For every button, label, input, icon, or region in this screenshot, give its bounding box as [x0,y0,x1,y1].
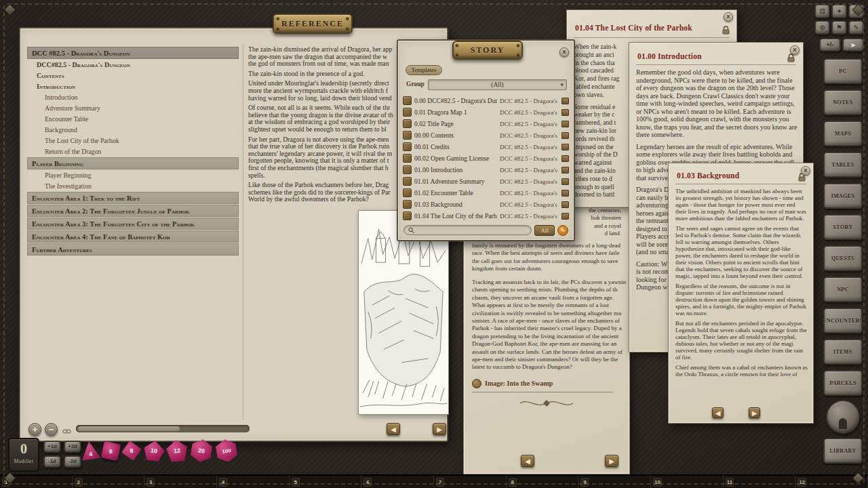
toc-item[interactable]: Player Beginning [27,157,239,169]
toc-item[interactable]: Return of the Dragon [27,146,239,157]
icon-tile[interactable]: ✦ [831,4,847,18]
pointer-icon: ➤ [850,41,856,49]
toc-item[interactable]: Background [27,125,239,135]
story-list-item[interactable]: 01.01 Adventure SummaryDCC #82.5 - Drago… [403,176,569,187]
horizontal-scrollbar[interactable] [76,425,250,432]
d6-die[interactable]: 6 [101,441,121,461]
toc-item[interactable]: Contents [27,70,239,81]
sidebar-button-maps[interactable]: Maps [823,121,863,146]
hotkey-slot[interactable]: 5 [290,476,362,488]
d10-die[interactable]: 10 [142,439,165,462]
story-list-item[interactable]: 00.01 CreditsDCC #82.5 - Dragora's Dunge… [403,141,569,152]
toc-item[interactable]: Encounter Area 2: The Forgotten Jungle o… [27,205,239,217]
d20-die[interactable]: 20 [189,438,215,464]
toc-item[interactable]: DCC #82.5 - Dragora's Dungeon [27,47,239,59]
story-list-item[interactable]: 01.04 The Lost City of the ParhokDCC #82… [403,210,569,222]
sidebar-button-notes[interactable]: Notes [823,89,863,115]
search-all-button[interactable]: All [534,225,555,236]
d12-die[interactable]: 12 [165,439,189,462]
sidebar-button-images[interactable]: Images [823,183,863,209]
image-link-into-the-swamp[interactable]: Image: Into the Swamp [472,379,613,392]
sidebar-button-quests[interactable]: Quests [823,245,863,271]
zoom-in-button[interactable]: + [28,423,41,436]
sidebar-button-pc[interactable]: PC [823,58,863,84]
sidebar-button-tables[interactable]: Tables [823,152,863,178]
sheet-prev-button[interactable]: ◀ [521,455,534,467]
hotkey-slot[interactable]: 8 [507,476,579,488]
toc-item[interactable]: Encounter Area 1: Trek to the Rift [27,192,239,204]
icon-tile[interactable]: ✎ [848,20,864,35]
hotkey-slot[interactable]: 10 [651,476,724,488]
hotkey-slot[interactable]: 11 [724,476,796,488]
story-search-input[interactable] [417,226,527,235]
sidebar-button-items[interactable]: Items [823,339,863,365]
icon-tile[interactable]: ⚑ [831,20,847,35]
icon-tile[interactable]: ⊕ [814,20,830,35]
reference-title-plaque: REFERENCE [273,14,353,34]
story-list-item[interactable]: 0.00 DCC#82.5 - Dragora's DungeonDCC #82… [403,95,569,106]
sidebar-label: Items [833,349,852,355]
sheet-next-button[interactable]: ▶ [749,407,760,418]
hotkey-slot[interactable]: 3 [144,476,217,488]
minus-1d-button[interactable]: -1d [43,455,61,468]
toc-item[interactable]: Encounter Area 4: The Fane of Baphotet K… [27,230,239,243]
modifier-box[interactable]: 0 Modifier [8,438,39,472]
scrollbar-thumb[interactable] [78,426,180,431]
close-icon[interactable]: × [801,166,810,176]
hotkey-number: 7 [436,478,444,487]
story-list-item[interactable]: 01.02 Encounter TableDCC #82.5 - Dragora… [403,187,569,199]
story-list-item[interactable]: 00.02 Open Gaming LicenseDCC #82.5 - Dra… [403,152,569,164]
toc-item[interactable]: Player Beginning [27,170,239,180]
story-list-item[interactable]: 01.03 BackgroundDCC #82.5 - Dragora's Du… [403,199,569,210]
hotkey-slot[interactable]: 6 [361,476,434,488]
page-prev-button[interactable]: ◀ [387,423,400,435]
group-dropdown[interactable]: (All) ▾ [428,79,567,90]
toc-item[interactable]: Encounter Table [27,114,239,124]
zoom-out-button[interactable]: − [45,423,58,436]
sheet-next-button[interactable]: ▶ [605,455,618,467]
lock-icon[interactable] [722,25,730,37]
sheet-prev-button[interactable]: ◀ [712,407,724,418]
sidebar-button-npc[interactable]: NPC [823,277,863,302]
close-icon[interactable]: × [724,12,733,22]
plus-2d-button[interactable]: +2d [64,441,81,453]
toc-item[interactable]: Introduction [27,81,239,92]
sidebar-button-parcels[interactable]: Parcels [823,370,863,396]
sidebar-button-encounters[interactable]: Encounters [823,308,863,333]
sidebar-button-story[interactable]: Story [823,214,863,240]
sidebar-button-library[interactable]: Library [823,438,863,464]
toc-item[interactable]: DCC#82.5 - Dragora's Dungeon [27,60,239,70]
plus-1d-button[interactable]: +1d [43,441,61,453]
toc-item[interactable]: Adventure Summary [27,103,239,113]
hotkey-slot[interactable]: 9 [578,476,651,488]
sidebar-label: NPC [837,287,849,293]
toc-item[interactable]: The Lost City of the Parhok [27,136,239,146]
toc-item[interactable]: Encounter Area 3: The Forgotten City of … [27,218,239,230]
story-list-item[interactable]: 0.02 Title PageDCC #82.5 - Dragora's Dun… [403,118,569,129]
story-search-box[interactable] [403,225,532,235]
close-icon[interactable]: × [790,45,800,55]
story-list-item[interactable]: 01.00 IntroductionDCC #82.5 - Dragora's … [403,164,569,176]
page-next-button[interactable]: ▶ [433,423,446,435]
module-book-icon [561,213,569,220]
close-icon[interactable]: × [559,47,569,57]
edit-pencil-button[interactable]: ✎ [557,225,568,236]
toc-item[interactable]: Introduction [27,92,239,102]
d100-die[interactable]: 100 [214,438,240,464]
toc-item[interactable]: Further Adventures [27,243,239,256]
plus-minus-button[interactable]: +/- [819,38,841,52]
icon-tile[interactable]: ⚄ [814,4,830,18]
story-list-item[interactable]: 00.00 ContentsDCC #82.5 - Dragora's Dung… [403,129,569,141]
toc-item[interactable]: The Investigation [27,181,239,191]
d8-die[interactable]: 8 [120,439,144,463]
minus-2d-button[interactable]: -2d [64,455,81,468]
dice-tower-button[interactable] [826,400,860,434]
d4-die[interactable]: 4 [79,439,102,462]
hotkey-slot[interactable]: 2 [73,476,145,488]
hotkey-slot[interactable]: 4 [217,476,290,488]
link-icon[interactable] [62,426,71,438]
templates-button[interactable]: Templates [406,65,442,75]
hotkey-slot[interactable]: 7 [434,476,507,488]
pointer-button[interactable]: ➤ [842,38,864,52]
story-list-item[interactable]: 0.01 Dragora Map 1DCC #82.5 - Dragora's … [403,106,569,118]
